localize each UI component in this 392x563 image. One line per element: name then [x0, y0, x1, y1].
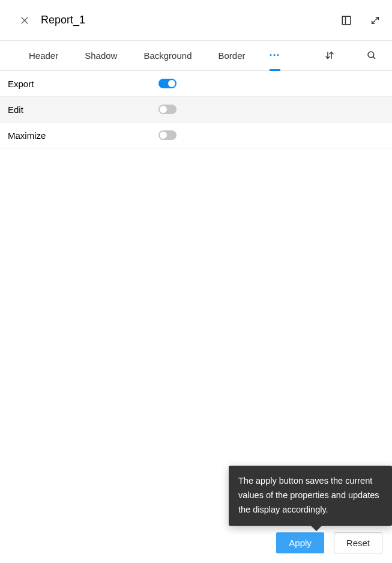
tab-border[interactable]: Border	[205, 41, 258, 70]
svg-point-12	[368, 52, 374, 58]
toggle-knob	[160, 106, 167, 113]
setting-row-edit: Edit	[0, 97, 392, 123]
svg-line-13	[373, 56, 375, 59]
title-bar: Report_1	[0, 0, 392, 41]
setting-row-export: Export	[0, 71, 392, 97]
search-icon[interactable]	[366, 50, 378, 62]
toggle-maximize[interactable]	[158, 130, 176, 140]
apply-tooltip: The apply button saves the current value…	[229, 466, 392, 526]
toggle-wrap	[158, 130, 176, 140]
title-bar-left: Report_1	[19, 14, 85, 26]
svg-rect-2	[342, 16, 351, 25]
tabs-bar: Header Shadow Background Border ···	[0, 41, 392, 71]
sort-icon[interactable]	[324, 50, 336, 62]
footer-buttons: Apply Reset	[267, 523, 392, 563]
toggle-knob	[160, 132, 167, 139]
setting-label: Maximize	[8, 130, 46, 141]
setting-label: Export	[8, 79, 34, 89]
reset-button[interactable]: Reset	[334, 532, 382, 553]
settings-list: Export Edit Maximize	[0, 71, 392, 148]
tab-header[interactable]: Header	[16, 41, 71, 70]
tab-more[interactable]: ···	[259, 41, 291, 70]
panel-layout-icon[interactable]	[340, 14, 352, 26]
title-bar-right	[340, 14, 381, 26]
toggle-export[interactable]	[158, 79, 176, 88]
toggle-wrap	[158, 105, 176, 114]
tab-shadow[interactable]: Shadow	[71, 41, 130, 70]
setting-label: Edit	[8, 105, 23, 115]
toggle-wrap	[158, 79, 176, 88]
toggle-edit[interactable]	[158, 105, 176, 114]
tab-background[interactable]: Background	[130, 41, 205, 70]
close-icon[interactable]	[19, 15, 30, 26]
tooltip-text: The apply button saves the current value…	[238, 476, 379, 514]
setting-row-maximize: Maximize	[0, 123, 392, 148]
expand-icon[interactable]	[369, 14, 381, 26]
page-title: Report_1	[41, 14, 85, 26]
tabs-right	[324, 50, 384, 62]
apply-button[interactable]: Apply	[276, 532, 324, 553]
toggle-knob	[168, 80, 175, 87]
